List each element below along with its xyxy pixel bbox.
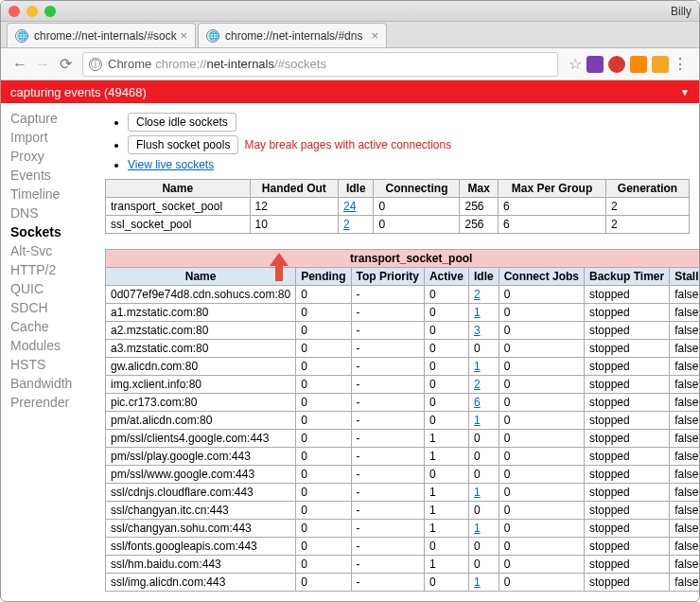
cell: 0	[424, 376, 468, 394]
cell: stopped	[585, 358, 670, 376]
sidebar-item-events[interactable]: Events	[5, 166, 92, 185]
sidebar-item-sockets[interactable]: Sockets	[5, 222, 92, 241]
col-header: Generation	[606, 180, 690, 198]
window-min-icon[interactable]	[26, 6, 38, 17]
sidebar-item-http/2[interactable]: HTTP/2	[5, 260, 92, 279]
bookmark-icon[interactable]: ☆	[564, 53, 586, 76]
sidebar-item-import[interactable]: Import	[5, 128, 92, 147]
ext-icon[interactable]	[586, 56, 604, 73]
cell: 0	[424, 412, 468, 430]
idle-link[interactable]: 1	[474, 360, 481, 373]
idle-link[interactable]: 1	[474, 486, 481, 499]
cell: 1	[424, 430, 468, 448]
addr-scheme: chrome://	[155, 57, 206, 71]
cell: 2	[606, 198, 690, 216]
idle-link[interactable]: 3	[474, 324, 481, 337]
cell: -	[351, 556, 424, 574]
sidebar-item-quic[interactable]: QUIC	[5, 279, 92, 298]
close-icon[interactable]: ×	[180, 28, 187, 43]
idle-link[interactable]: 6	[474, 396, 481, 409]
table-row: ssl/img.alicdn.com:4430-010stoppedfalse	[106, 574, 700, 592]
address-bar[interactable]: ⓘ Chrome chrome:// net-internals /#socke…	[82, 52, 558, 77]
flush-warning: May break pages with active connections	[244, 138, 451, 151]
cell: ssl/changyan.sohu.com:443	[106, 520, 296, 538]
window-max-icon[interactable]	[44, 6, 56, 17]
cell: 0	[468, 340, 499, 358]
cell: pic.cr173.com:80	[106, 394, 296, 412]
cell: -	[351, 574, 424, 592]
cell: false	[670, 286, 699, 304]
browser-tab-active[interactable]: 🌐 chrome://net-internals/#sock ×	[7, 23, 196, 47]
ext-icon[interactable]	[630, 56, 647, 73]
cell: a2.mzstatic.com:80	[106, 322, 296, 340]
sidebar-item-timeline[interactable]: Timeline	[5, 185, 92, 204]
cell: 6	[499, 198, 606, 216]
cell: ssl/cdnjs.cloudflare.com:443	[106, 484, 296, 502]
col-header: Handed Out	[250, 180, 338, 198]
reload-button[interactable]: ⟳	[54, 53, 77, 76]
cell: 0	[374, 198, 460, 216]
cell: 0	[296, 466, 351, 484]
back-button[interactable]: ←	[9, 53, 31, 76]
table-row: pic.cr173.com:800-060stoppedfalse	[106, 394, 700, 412]
cell: 0	[468, 448, 499, 466]
window-close-icon[interactable]	[9, 6, 20, 17]
cell: 6	[468, 394, 499, 412]
idle-link[interactable]: 1	[474, 306, 481, 319]
sidebar-item-modules[interactable]: Modules	[5, 336, 92, 355]
idle-link[interactable]: 1	[474, 414, 481, 427]
cell: 2	[468, 376, 499, 394]
idle-link[interactable]: 2	[343, 218, 350, 231]
cell: 2	[339, 216, 374, 234]
status-bar[interactable]: capturing events (49468) ▼	[1, 80, 699, 103]
sidebar-item-cache[interactable]: Cache	[5, 317, 92, 336]
sidebar-item-prerender[interactable]: Prerender	[5, 393, 92, 412]
view-live-link[interactable]: View live sockets	[128, 158, 214, 171]
cell: 0	[499, 538, 584, 556]
cell: transport_socket_pool	[106, 198, 251, 216]
cell: 10	[250, 216, 338, 234]
close-icon[interactable]: ×	[371, 28, 378, 43]
cell: gw.alicdn.com:80	[106, 358, 296, 376]
profile-label[interactable]: Billy	[671, 5, 691, 18]
cell: false	[670, 502, 699, 520]
table-row: ssl/changyan.itc.cn:4430-100stoppedfalse	[106, 502, 700, 520]
menu-icon[interactable]: ⋮	[669, 53, 691, 76]
idle-link[interactable]: 24	[343, 200, 356, 213]
sidebar-item-dns[interactable]: DNS	[5, 204, 92, 222]
cell: 0	[499, 520, 584, 538]
sidebar-item-sdch[interactable]: SDCH	[5, 298, 92, 317]
col-header: Active	[424, 268, 468, 286]
sidebar-item-capture[interactable]: Capture	[5, 109, 92, 128]
cell: -	[351, 322, 424, 340]
idle-link[interactable]: 1	[474, 575, 481, 589]
cell: stopped	[585, 574, 670, 592]
sidebar: CaptureImportProxyEventsTimelineDNSSocke…	[1, 103, 96, 602]
sidebar-item-alt-svc[interactable]: Alt-Svc	[5, 241, 92, 260]
idle-link[interactable]: 2	[474, 378, 481, 391]
ext-icon[interactable]	[608, 56, 625, 73]
sidebar-item-proxy[interactable]: Proxy	[5, 147, 92, 166]
cell: 0	[468, 556, 499, 574]
cell: stopped	[585, 322, 670, 340]
chevron-down-icon[interactable]: ▼	[680, 87, 690, 97]
cell: 0	[424, 466, 468, 484]
sidebar-item-hsts[interactable]: HSTS	[5, 355, 92, 374]
cell: 1	[424, 484, 468, 502]
browser-tab[interactable]: 🌐 chrome://net-internals/#dns ×	[198, 23, 387, 47]
cell: 0	[424, 322, 468, 340]
sidebar-item-bandwidth[interactable]: Bandwidth	[5, 374, 92, 393]
col-header: Max Per Group	[499, 180, 606, 198]
cell: -	[351, 466, 424, 484]
idle-link[interactable]: 2	[474, 288, 481, 301]
cell: false	[670, 376, 699, 394]
table-row: 0d077ef9e74d8.cdn.sohucs.com:800-020stop…	[106, 286, 700, 304]
cell: ssl_socket_pool	[106, 216, 251, 234]
cell: 0	[499, 466, 584, 484]
cell: stopped	[585, 304, 670, 322]
flush-pools-button[interactable]: Flush socket pools	[128, 135, 238, 154]
idle-link[interactable]: 1	[474, 522, 481, 535]
close-idle-button[interactable]: Close idle sockets	[128, 113, 236, 132]
ext-icon[interactable]	[652, 56, 669, 73]
site-info-icon[interactable]: ⓘ	[89, 58, 102, 71]
